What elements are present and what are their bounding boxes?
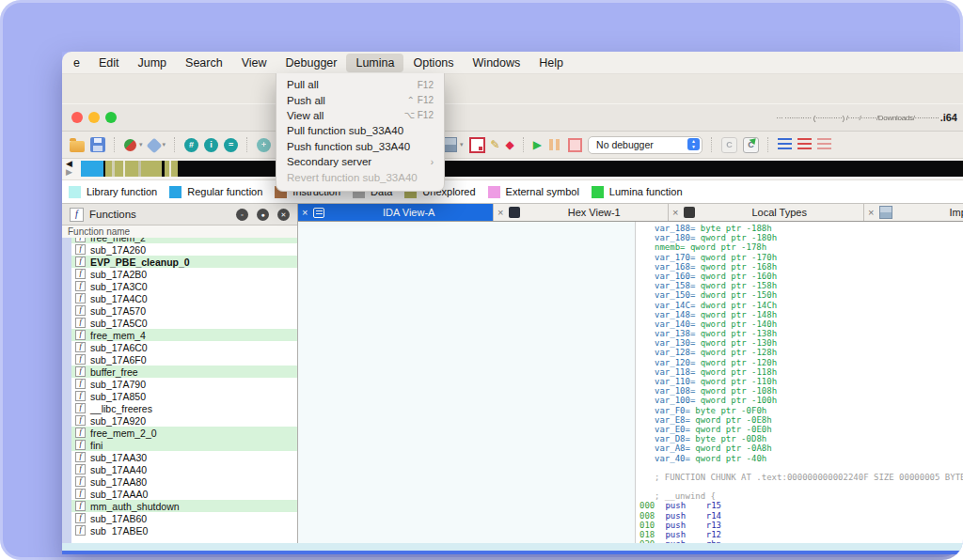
function-row[interactable]: fsub_17A6C0 [71,341,297,353]
function-row[interactable]: fsub_17A850 [71,390,297,402]
disassembly-pane[interactable]: var_188= byte ptr -188hvar_180= qword pt… [636,222,963,543]
menubar-item-windows[interactable]: Windows [464,54,530,72]
horizontal-scrollbar[interactable] [62,543,963,551]
quick-compile-icon[interactable]: C [743,137,759,153]
dropdown-caret-icon[interactable]: ▾ [139,141,143,148]
menu-item[interactable]: Pull function sub_33A40 [276,123,444,138]
menu-item[interactable]: Pull allF12 [276,77,444,92]
menu-item[interactable]: View all⌥ F12 [276,108,444,123]
list-view-icon[interactable] [778,138,792,151]
close-window-button[interactable] [71,112,83,123]
disassembly-line: var_128= qword ptr -128h [636,348,963,357]
panel-float-icon[interactable]: ● [257,209,269,221]
tab-close-icon[interactable]: × [494,207,507,218]
function-row[interactable]: fmm_auth_shutdown [71,500,297,512]
tab-close-icon[interactable]: × [298,207,311,218]
menu-item[interactable]: Revert function sub_33A40 [276,169,444,184]
problem-list-alt-icon[interactable] [817,138,831,151]
compiler-icon[interactable]: C [721,137,737,153]
function-row[interactable]: fsub_17A2B0 [71,268,297,280]
open-structs-subview-icon[interactable]: = [224,138,238,152]
function-row[interactable]: fbuffer_free [71,366,297,378]
function-row[interactable]: fsub_17AA40 [71,463,297,475]
function-row[interactable]: fEVP_PBE_cleanup_0 [71,256,297,268]
menubar-item-jump[interactable]: Jump [129,54,177,72]
functions-list[interactable]: ffree_mem_2fsub_17A260fEVP_PBE_cleanup_0… [71,238,297,536]
stack-var-type: qword ptr -168h [695,262,777,272]
menubar-item-options[interactable]: Options [403,54,463,72]
function-row[interactable]: fsub_17A260 [71,243,297,256]
function-name-column-header[interactable]: Function name [62,226,297,239]
function-row[interactable]: f__libc_freeres [71,402,297,414]
function-row[interactable]: fsub_17ABE0 [71,524,297,536]
color-legend: Library functionRegular functionInstruct… [62,180,963,204]
menu-item-shortcut: ⌃ F12 [407,95,434,105]
menu-item[interactable]: Push function sub_33A40 [276,139,444,154]
stop-debugger-icon[interactable] [568,138,582,152]
breakpoint-list-icon[interactable] [469,137,485,153]
open-subview-icon[interactable]: + [257,138,271,152]
open-info-subview-icon[interactable]: i [204,138,218,152]
function-icon: f [75,257,86,267]
menubar-item-help[interactable]: Help [529,54,573,72]
debugger-select[interactable]: No debugger ▲▼ [588,136,703,154]
start-debugger-icon[interactable]: ▶ [533,137,542,152]
tab-close-icon[interactable]: × [864,207,877,218]
menubar-item-debugger[interactable]: Debugger [276,54,347,72]
function-icon: f [75,293,86,303]
function-row[interactable]: fsub_17AA80 [71,475,297,488]
function-row[interactable]: fsub_17AA30 [71,451,297,463]
function-row[interactable]: fsub_17A790 [71,378,297,390]
ida-window: eEditJumpSearchViewDebuggerLuminaOptions… [62,52,963,554]
open-file-icon[interactable] [70,141,85,152]
function-icon: f [75,428,86,438]
ida-view-empty-pane[interactable] [298,222,636,543]
function-row[interactable]: fsub_17A6F0 [71,353,297,366]
dropdown-caret-icon[interactable]: ▾ [460,141,464,148]
function-row[interactable]: fsub_17A570 [71,304,297,317]
problem-list-icon[interactable] [797,138,812,151]
tab-ida-view-a[interactable]: ×IDA View-A [298,204,494,221]
function-row[interactable]: fsub_17A4C0 [71,292,297,304]
function-row[interactable]: ffree_mem_2_0 [71,427,297,439]
functions-vertical-scrollbar[interactable] [62,238,71,543]
function-row[interactable]: fsub_17A3C0 [71,280,297,292]
zoom-window-button[interactable] [105,112,117,123]
open-hex-subview-icon[interactable]: # [184,138,198,152]
pause-debugger-icon[interactable] [547,137,562,152]
edit-pencil-icon[interactable]: ✎ [491,137,500,152]
menubar-item-lumina[interactable]: Lumina [346,54,403,72]
menubar-item-e[interactable]: e [64,54,89,72]
function-row[interactable]: fsub_17AB60 [71,512,297,524]
title-bar[interactable]: ··· ············ (············) /·····/·… [62,103,963,132]
panel-close-icon[interactable]: ✕ [277,209,290,221]
function-row[interactable]: fsub_17AAA0 [71,488,297,500]
breakpoint-icon[interactable]: ◆ [506,137,514,152]
save-icon[interactable] [90,137,105,152]
disassembly-line: 018 push r12 [636,530,963,539]
dropdown-caret-icon[interactable]: ▾ [163,141,166,148]
tab-close-icon[interactable]: × [669,207,682,218]
panel-dock-icon[interactable]: ▫ [236,209,248,221]
jump-marker-icon[interactable] [124,139,136,151]
menubar-item-view[interactable]: View [232,54,276,72]
function-row[interactable]: ffini [71,439,297,451]
functions-panel-icon: f [70,208,84,222]
navigation-band[interactable] [81,161,963,177]
menu-item[interactable]: Push all⌃ F12 [276,92,444,107]
menubar-item-edit[interactable]: Edit [89,54,129,72]
function-row[interactable]: ffree_mem_4 [71,329,297,341]
nav-forward-icon[interactable]: ▶ [66,168,77,177]
menu-item[interactable]: Secondary server› [276,154,444,169]
color-brush-icon[interactable] [146,138,162,154]
menubar-item-search[interactable]: Search [176,54,232,72]
submenu-chevron-icon: › [431,157,434,167]
minimize-window-button[interactable] [88,112,100,123]
tab-local-types[interactable]: ×Local Types [669,204,864,221]
tab-imp[interactable]: ×Imp [864,204,963,221]
function-row[interactable]: fsub_17A920 [71,414,297,427]
function-row[interactable]: fsub_17A5C0 [71,317,297,329]
select-stepper-icon[interactable]: ▲▼ [687,138,700,150]
tab-label: Local Types [695,207,863,218]
tab-hex-view-1[interactable]: ×Hex View-1 [494,204,669,221]
